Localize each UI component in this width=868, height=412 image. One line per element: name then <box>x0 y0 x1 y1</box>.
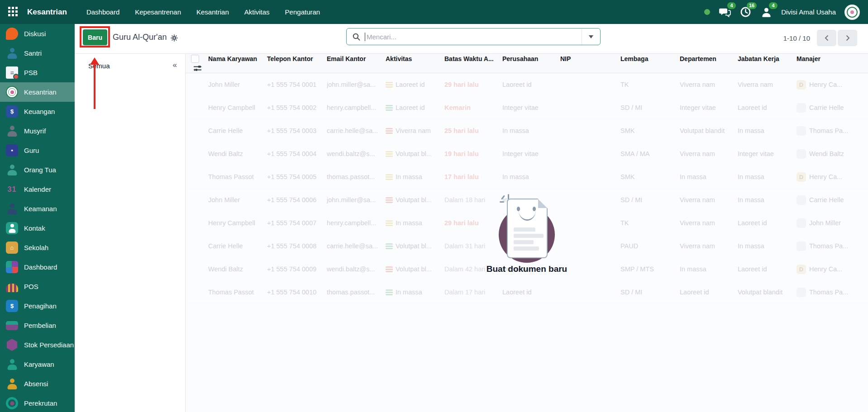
sidebar-item-label: Orang Tua <box>24 166 56 174</box>
cell-activity: In massa <box>386 289 444 296</box>
pager-previous-button[interactable] <box>817 30 836 46</box>
column-header-lembaga[interactable]: Lembaga <box>620 55 680 62</box>
sidebar-item-pembelian[interactable]: Pembelian <box>0 316 75 335</box>
apps-menu-icon[interactable] <box>7 6 20 19</box>
cell-manager: Carrie Helle <box>796 195 868 205</box>
cell-lembaga: SMP / MTS <box>620 265 680 273</box>
cell-jabatan: In massa <box>738 127 796 134</box>
sidebar-item-pos[interactable]: POS <box>0 277 75 296</box>
pager: 1-10 / 10 <box>783 30 857 46</box>
cell-activity: Volutpat bl... <box>386 150 444 157</box>
new-button[interactable]: Baru <box>83 29 107 45</box>
user-avatar[interactable] <box>844 5 860 20</box>
sidebar-item-kalender[interactable]: 31Kalender <box>0 180 75 199</box>
sidebar-item-penagihan[interactable]: $Penagihan <box>0 296 75 316</box>
cell-name: John Miller <box>208 196 267 204</box>
column-header-email-kantor[interactable]: Email Kantor <box>327 55 386 62</box>
sidebar-item-label: Penagihan <box>24 302 57 310</box>
cell-deadline: 19 hari lalu <box>444 150 502 157</box>
table-row[interactable]: Thomas Passot+1 555 754 0010thomas.passo… <box>186 281 868 304</box>
nav-item-kesantrian[interactable]: Kesantrian <box>189 0 237 24</box>
nav-item-kepesantrenan[interactable]: Kepesantrenan <box>127 0 189 24</box>
user-menu[interactable]: Divisi Amal Usaha <box>781 8 836 16</box>
sidebar-item-perekrutan[interactable]: Perekrutan <box>0 393 75 412</box>
activity-list-icon <box>386 174 393 180</box>
cell-lembaga: SMK <box>620 127 680 134</box>
manager-avatar: D <box>796 80 806 90</box>
search-icon <box>353 33 360 41</box>
cell-manager: Thomas Pa... <box>796 242 868 251</box>
column-header-departemen[interactable]: Departemen <box>680 55 738 62</box>
table-row[interactable]: Henry Campbell+1 555 754 0002henry.campb… <box>186 96 868 119</box>
cell-phone: +1 555 754 0005 <box>267 173 327 180</box>
pager-next-button[interactable] <box>838 30 857 46</box>
cell-lembaga: SD / MI <box>620 289 680 296</box>
sidebar-item-guru[interactable]: ▪Guru <box>0 141 75 160</box>
manager-avatar <box>796 218 806 228</box>
nav-item-dashboard[interactable]: Dashboard <box>79 0 127 24</box>
manager-avatar <box>796 242 806 251</box>
cell-phone: +1 555 754 0006 <box>267 196 327 204</box>
sidebar-item-sekolah[interactable]: ⌂Sekolah <box>0 238 75 257</box>
sidebar-item-absensi[interactable]: Absensi <box>0 374 75 393</box>
table-row[interactable]: Wendi Baltz+1 555 754 0004wendi.baltz@s.… <box>186 142 868 166</box>
select-all-checkbox[interactable] <box>191 55 199 63</box>
optional-columns-icon[interactable] <box>193 65 202 72</box>
sidebar-item-kontak[interactable]: Kontak <box>0 218 75 238</box>
cell-email: thomas.passot... <box>327 289 386 296</box>
column-header-aktivitas[interactable]: Aktivitas <box>386 55 444 62</box>
column-header-telepon-kantor[interactable]: Telepon Kantor <box>267 55 327 62</box>
sidebar-item-kesantrian[interactable]: Kesantrian <box>0 82 75 102</box>
cell-phone: +1 555 754 0009 <box>267 265 327 273</box>
column-header-nama-karyawan[interactable]: Nama Karyawan <box>208 55 267 62</box>
cell-departemen: Viverra nam <box>680 242 738 250</box>
column-header-jabatan-kerja[interactable]: Jabatan Kerja <box>738 55 796 62</box>
sidebar-item-karyawan[interactable]: Karyawan <box>0 355 75 374</box>
navbar-right: 4 16 4 Divisi Amal Usaha <box>704 5 868 20</box>
cell-company: In massa <box>502 127 560 134</box>
cell-phone: +1 555 754 0001 <box>267 81 327 88</box>
cell-manager: Carrie Helle <box>796 103 868 113</box>
sidebar-item-stok-persediaan[interactable]: Stok Persediaan <box>0 335 75 355</box>
nav-item-aktivitas[interactable]: Aktivitas <box>237 0 277 24</box>
search-input[interactable]: Mencari... <box>367 33 396 41</box>
messages-icon[interactable]: 4 <box>719 6 731 18</box>
cell-lembaga: TK <box>620 219 680 227</box>
cell-email: thomas.passot... <box>327 173 386 180</box>
sidebar-item-label: Absensi <box>24 380 48 388</box>
nav-item-pengaturan[interactable]: Pengaturan <box>277 0 328 24</box>
sidebar-item-dashboard[interactable]: Dashboard <box>0 257 75 277</box>
app-title[interactable]: Kesantrian <box>27 8 67 17</box>
column-header-nip[interactable]: NIP <box>560 55 620 62</box>
search-bar[interactable]: Mencari... <box>346 28 601 45</box>
activities-clock-icon[interactable]: 16 <box>739 6 752 18</box>
column-header-batas-waktu-a[interactable]: Batas Waktu A... <box>444 55 502 62</box>
filter-panel: Semua « <box>75 54 186 412</box>
cell-lembaga: TK <box>620 81 680 88</box>
search-dropdown-toggle[interactable] <box>582 28 600 45</box>
sidebar-item-diskusi[interactable]: Diskusi <box>0 24 75 43</box>
table-row[interactable]: Carrie Helle+1 555 754 0003carrie.helle@… <box>186 119 868 142</box>
sidebar-item-keuangan[interactable]: $Keuangan <box>0 102 75 121</box>
sidebar-item-musyrif[interactable]: Musyrif <box>0 121 75 141</box>
sidebar-item-psb[interactable]: ≡PSB <box>0 63 75 82</box>
cell-activity: Laoreet id <box>386 104 444 111</box>
sidebar-item-keamanan[interactable]: Keamanan <box>0 199 75 218</box>
table-row[interactable]: John Miller+1 555 754 0001john.miller@sa… <box>186 73 868 96</box>
cell-jabatan: In massa <box>738 242 796 250</box>
activity-list-icon <box>386 82 393 88</box>
cell-departemen: Volutpat blandit <box>680 127 738 134</box>
finance-dollar-icon: $ <box>6 105 18 118</box>
list-view: Nama KaryawanTelepon KantorEmail KantorA… <box>186 54 868 412</box>
view-settings-gear-icon[interactable] <box>171 34 178 42</box>
table-row[interactable]: Thomas Passot+1 555 754 0005thomas.passo… <box>186 166 868 189</box>
navbar-left: Kesantrian DashboardKepesantrenanKesantr… <box>0 0 328 24</box>
sidebar-item-orang-tua[interactable]: Orang Tua <box>0 160 75 180</box>
column-header-manajer[interactable]: Manajer <box>796 55 868 62</box>
column-header-perusahaan[interactable]: Perusahaan <box>502 55 560 62</box>
collapse-panel-icon[interactable]: « <box>173 61 177 70</box>
requests-icon[interactable]: 4 <box>760 6 773 18</box>
cell-phone: +1 555 754 0010 <box>267 289 327 296</box>
cell-phone: +1 555 754 0007 <box>267 219 327 227</box>
sidebar-item-santri[interactable]: Santri <box>0 43 75 63</box>
